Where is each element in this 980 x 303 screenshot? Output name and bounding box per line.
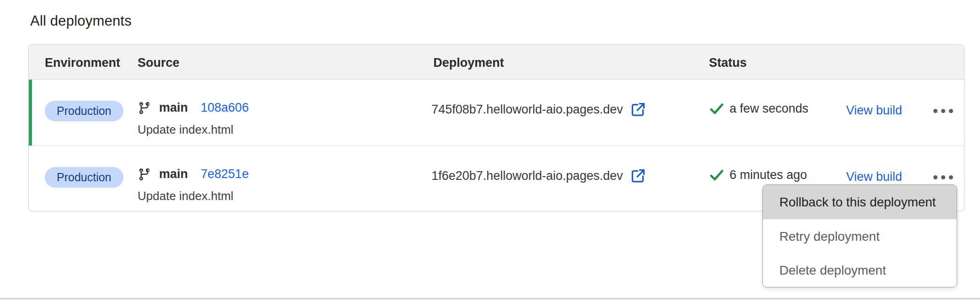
menu-item-delete[interactable]: Delete deployment [763, 254, 957, 287]
column-header-status: Status [709, 56, 747, 70]
check-icon [709, 167, 724, 183]
current-deployment-indicator [29, 80, 32, 146]
source-cell: main 108a606 Update index.html [138, 80, 421, 146]
environment-badge: Production [45, 101, 123, 121]
git-branch-icon [138, 168, 151, 181]
status-time: a few seconds [730, 102, 809, 116]
deployment-url: 1f6e20b7.helloworld-aio.pages.dev [431, 169, 623, 183]
source-cell: main 7e8251e Update index.html [138, 146, 421, 211]
external-link-icon[interactable] [629, 167, 647, 184]
commit-link[interactable]: 7e8251e [201, 167, 249, 181]
view-build-link[interactable]: View build [846, 170, 902, 184]
ellipsis-icon [933, 175, 937, 179]
table-header: Environment Source Deployment Status [29, 45, 964, 80]
branch-name: main [159, 167, 188, 181]
deployment-cell: 1f6e20b7.helloworld-aio.pages.dev [431, 146, 706, 211]
page-title: All deployments [30, 13, 132, 29]
more-actions-button[interactable] [927, 100, 959, 122]
external-link-icon[interactable] [629, 101, 647, 118]
view-build-link[interactable]: View build [846, 103, 902, 118]
menu-item-rollback[interactable]: Rollback to this deployment [763, 185, 957, 219]
page-divider [0, 298, 980, 299]
column-header-deployment: Deployment [433, 56, 504, 70]
deployment-url: 745f08b7.helloworld-aio.pages.dev [431, 103, 623, 117]
deployment-context-menu: Rollback to this deployment Retry deploy… [762, 184, 957, 287]
status-time: 6 minutes ago [730, 168, 807, 182]
check-icon [709, 101, 724, 116]
column-header-environment: Environment [45, 56, 120, 70]
status-cell: a few seconds [709, 80, 846, 146]
git-branch-icon [138, 101, 151, 115]
deployment-row: Production main 108a606 Update index.htm… [29, 80, 964, 146]
deployment-cell: 745f08b7.helloworld-aio.pages.dev [431, 80, 706, 146]
branch-name: main [159, 101, 188, 115]
commit-message: Update index.html [138, 189, 234, 203]
menu-item-retry[interactable]: Retry deployment [763, 219, 957, 254]
column-header-source: Source [138, 56, 180, 70]
environment-badge: Production [45, 167, 123, 188]
commit-message: Update index.html [138, 123, 234, 137]
ellipsis-icon [933, 109, 937, 113]
commit-link[interactable]: 108a606 [201, 101, 249, 115]
